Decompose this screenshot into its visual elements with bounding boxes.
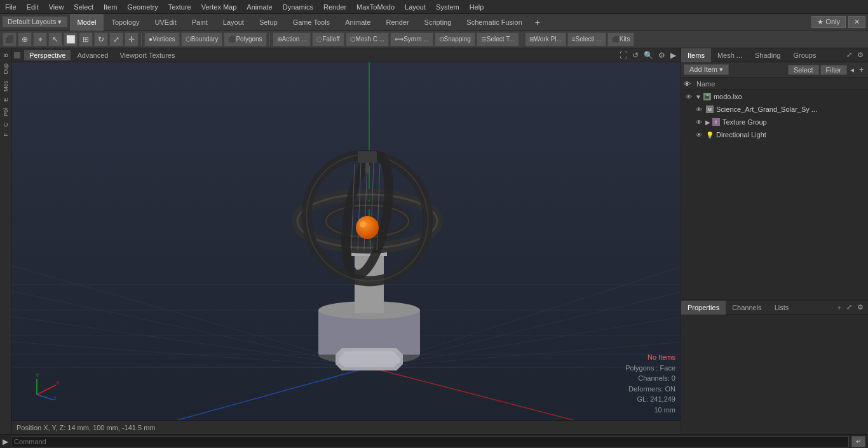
items-tabs: Items Mesh ... Shading Groups ⤢ ⚙ xyxy=(681,48,868,62)
menu-view[interactable]: View xyxy=(44,2,69,12)
toolbar-action-btn[interactable]: ⊕ Action ... xyxy=(273,32,311,46)
tab-scripting[interactable]: Scripting xyxy=(417,14,459,31)
props-expand-btn[interactable]: ⤢ xyxy=(844,302,854,312)
add-item-button[interactable]: Add Item ▾ xyxy=(684,64,729,75)
viewport-tab-advanced[interactable]: Advanced xyxy=(72,50,113,60)
toolbar-workplane-btn[interactable]: ⊞ Work Pl... xyxy=(525,32,566,46)
tab-render[interactable]: Render xyxy=(378,14,416,31)
vp-reset-icon[interactable]: ↺ xyxy=(630,50,641,60)
menu-item[interactable]: Item xyxy=(98,2,122,12)
tab-animate[interactable]: Animate xyxy=(337,14,378,31)
tab-add-button[interactable]: + xyxy=(530,15,545,30)
item-expand-arrow-modo[interactable]: ▼ xyxy=(695,93,702,100)
menu-animate[interactable]: Animate xyxy=(241,2,277,12)
sidebar-label-b[interactable]: B xyxy=(2,51,10,60)
menu-maxtomodo[interactable]: MaxToModo xyxy=(351,2,400,12)
tab-layout[interactable]: Layout xyxy=(215,14,252,31)
tab-groups[interactable]: Groups xyxy=(787,48,822,62)
menu-geometry[interactable]: Geometry xyxy=(122,2,163,12)
tab-lists[interactable]: Lists xyxy=(768,301,796,315)
toolbar-snapping-btn[interactable]: ⊙ Snapping xyxy=(435,32,475,46)
menu-render[interactable]: Render xyxy=(318,2,351,12)
sidebar-label-mesh[interactable]: Mes xyxy=(2,78,10,94)
toolbar-polygons-btn[interactable]: ⬛ Polygons xyxy=(224,32,266,46)
toolbar-icon-dots[interactable]: ⬛ xyxy=(3,32,17,46)
toolbar-kits-btn[interactable]: ⬛ Kits xyxy=(607,32,635,46)
item-row-texture[interactable]: 👁 ▶ T Texture Group xyxy=(681,116,868,128)
sidebar-label-f[interactable]: F xyxy=(2,130,10,139)
toolbar-icon-rect[interactable]: ⬜ xyxy=(64,32,78,46)
item-vis-dirlight[interactable]: 👁 xyxy=(694,130,704,140)
tab-channels[interactable]: Channels xyxy=(726,301,768,315)
vp-settings-icon[interactable]: ⚙ xyxy=(656,50,667,60)
command-enter-button[interactable]: ↵ xyxy=(851,436,865,447)
toolbar-vertices-btn[interactable]: ● Vertices xyxy=(144,32,180,46)
tab-properties[interactable]: Properties xyxy=(681,301,726,315)
toolbar-icon-scale[interactable]: ⤢ xyxy=(109,32,123,46)
items-expand-btn[interactable]: ⤢ xyxy=(844,50,854,60)
tab-shading[interactable]: Shading xyxy=(749,48,787,62)
toolbar-falloff-btn[interactable]: ◌ Falloff xyxy=(312,32,344,46)
item-expand-arrow-texture[interactable]: ▶ xyxy=(705,119,710,126)
vp-expand-icon[interactable]: ▶ xyxy=(668,50,678,60)
items-plus-icon[interactable]: + xyxy=(857,65,865,75)
vp-maximize-icon[interactable]: ⛶ xyxy=(618,50,629,60)
menu-texture[interactable]: Texture xyxy=(163,2,196,12)
tab-model[interactable]: Model xyxy=(70,14,104,31)
items-gear-btn[interactable]: ⚙ xyxy=(855,50,865,60)
menu-help[interactable]: Help xyxy=(465,2,489,12)
toolbar-boundary-btn[interactable]: ⬡ Boundary xyxy=(181,32,223,46)
item-vis-science[interactable]: 👁 xyxy=(694,104,704,114)
menu-layout[interactable]: Layout xyxy=(400,2,431,12)
tab-items[interactable]: Items xyxy=(681,48,711,62)
viewport-tab-textures[interactable]: Viewport Textures xyxy=(114,50,180,60)
toolbar-icon-rotate[interactable]: ↻ xyxy=(94,32,108,46)
tab-mesh[interactable]: Mesh ... xyxy=(711,48,749,62)
menu-select[interactable]: Select xyxy=(69,2,98,12)
item-vis-texture[interactable]: 👁 xyxy=(694,117,704,127)
layout-dropdown[interactable]: Default Layouts ▾ xyxy=(3,17,67,27)
filter-button[interactable]: Filter xyxy=(820,65,847,75)
select-button[interactable]: Select xyxy=(788,65,819,75)
sidebar-label-e[interactable]: E xyxy=(2,95,10,104)
sidebar-label-dup[interactable]: Dup xyxy=(2,61,10,77)
vp-search-icon[interactable]: 🔍 xyxy=(642,50,655,60)
only-button[interactable]: ★ Only xyxy=(811,16,846,28)
item-vis-modo[interactable]: 👁 xyxy=(684,92,694,102)
toolbar-icon-globe[interactable]: ⊕ xyxy=(18,32,32,46)
item-row-dirlight[interactable]: 👁 💡 Directional Light xyxy=(681,128,868,141)
toolbar-mesh-btn[interactable]: ⬡ Mesh C ... xyxy=(346,32,390,46)
props-add-btn[interactable]: + xyxy=(836,303,843,312)
tab-setup[interactable]: Setup xyxy=(252,14,285,31)
toolbar-icon-lasso[interactable]: ⌖ xyxy=(33,32,47,46)
menu-system[interactable]: System xyxy=(431,2,465,12)
toolbar-symm-btn[interactable]: ⟺ Symm ... xyxy=(390,32,433,46)
tab-schematic[interactable]: Schematic Fusion xyxy=(459,14,529,31)
item-row-science-art[interactable]: 👁 M Science_Art_Grand_Solar_Sy ... xyxy=(681,103,868,116)
item-label-texture: Texture Group xyxy=(722,118,767,126)
toolbar-selecti-btn[interactable]: ≡ Selecti ... xyxy=(567,32,606,46)
sidebar-label-c[interactable]: C xyxy=(2,120,10,130)
props-gear-btn[interactable]: ⚙ xyxy=(855,302,865,312)
toolbar-icon-move[interactable]: ✛ xyxy=(125,32,139,46)
toolbar-icon-transform[interactable]: ⊞ xyxy=(79,32,93,46)
menu-edit[interactable]: Edit xyxy=(22,2,44,12)
tab-gametools[interactable]: Game Tools xyxy=(285,14,338,31)
viewport-3d[interactable]: No Items Polygons : Face Channels: 0 Def… xyxy=(11,62,681,420)
menu-dynamics[interactable]: Dynamics xyxy=(278,2,318,12)
close-layout-button[interactable]: ✕ xyxy=(848,16,865,28)
tab-uvedit[interactable]: UVEdit xyxy=(147,14,184,31)
command-input[interactable] xyxy=(11,436,849,447)
toolbar-select-btn[interactable]: ☰ Select T... xyxy=(477,32,519,46)
tab-topology[interactable]: Topology xyxy=(104,14,147,31)
viewport-menu-dot[interactable] xyxy=(14,52,20,58)
props-content-area xyxy=(681,315,868,434)
viewport-tab-perspective[interactable]: Perspective xyxy=(24,50,71,60)
toolbar-icon-select[interactable]: ↖ xyxy=(48,32,62,46)
items-collapse-icon[interactable]: ◂ xyxy=(848,65,856,75)
tab-paint[interactable]: Paint xyxy=(184,14,215,31)
menu-file[interactable]: File xyxy=(0,2,22,12)
menu-vertex-map[interactable]: Vertex Map xyxy=(196,2,242,12)
sidebar-label-pol[interactable]: Pol xyxy=(2,105,10,119)
item-row-modo-lxo[interactable]: 👁 ▼ 🎬 modo.lxo xyxy=(681,90,868,103)
